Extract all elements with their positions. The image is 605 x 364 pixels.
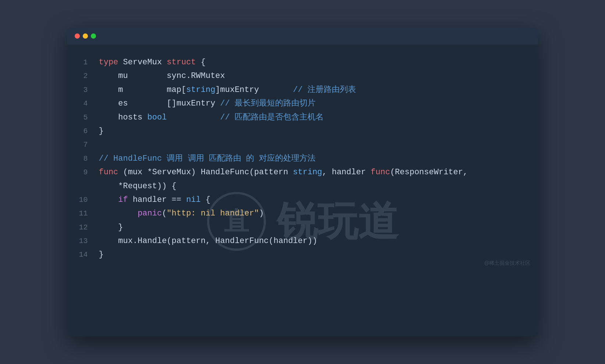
code-line: es []muxEntry // 最长到最短的路由切片 <box>99 97 316 110</box>
line-2: 2 mu sync.RWMutex <box>75 69 523 83</box>
line-14: 14 } <box>75 248 523 261</box>
line-number: 14 <box>75 249 88 261</box>
line-number: 12 <box>75 221 88 234</box>
line-number: 13 <box>75 235 88 247</box>
code-line: *Request)) { <box>99 179 177 193</box>
line-12: 12 } <box>75 221 523 234</box>
line-9-cont: *Request)) { <box>75 179 523 193</box>
code-line: panic("http: nil handler") <box>99 207 264 220</box>
code-window: 1 type ServeMux struct { 2 mu sync.RWMut… <box>67 28 538 336</box>
footer-watermark: @稀土掘金技术社区 <box>484 259 530 268</box>
minimize-button[interactable] <box>83 33 88 39</box>
code-line <box>99 138 104 151</box>
code-line: // HandleFunc 调用 调用 匹配路由 的 对应的处理方法 <box>99 152 316 165</box>
code-line: func (mux *ServeMux) HandleFunc(pattern … <box>99 165 468 179</box>
line-9: 9 func (mux *ServeMux) HandleFunc(patter… <box>75 165 523 179</box>
line-number: 4 <box>75 97 88 110</box>
line-number: 10 <box>75 194 88 206</box>
line-number: 5 <box>75 111 88 124</box>
code-line: mu sync.RWMutex <box>99 69 225 83</box>
line-number: 6 <box>75 125 88 138</box>
line-1: 1 type ServeMux struct { <box>75 56 523 69</box>
line-6: 6 } <box>75 124 523 138</box>
line-13: 13 mux.Handle(pattern, HandlerFunc(handl… <box>75 234 523 248</box>
line-5: 5 hosts bool // 匹配路由是否包含主机名 <box>75 111 523 124</box>
line-7: 7 <box>75 138 523 151</box>
line-11: 11 panic("http: nil handler") <box>75 207 523 220</box>
code-line: type ServeMux struct { <box>99 56 206 69</box>
code-area: 1 type ServeMux struct { 2 mu sync.RWMut… <box>67 44 538 273</box>
maximize-button[interactable] <box>91 33 96 39</box>
line-number: 2 <box>75 70 88 82</box>
code-line: } <box>99 124 104 138</box>
code-line: m map[string]muxEntry // 注册路由列表 <box>99 83 356 97</box>
line-10: 10 if handler == nil { <box>75 193 523 207</box>
line-8: 8 // HandleFunc 调用 调用 匹配路由 的 对应的处理方法 <box>75 152 523 165</box>
line-number: 11 <box>75 207 88 220</box>
code-line: mux.Handle(pattern, HandlerFunc(handler)… <box>99 234 317 248</box>
line-number: 8 <box>75 153 88 165</box>
titlebar <box>67 28 538 44</box>
line-number: 3 <box>75 84 88 96</box>
code-line: } <box>99 221 123 234</box>
close-button[interactable] <box>75 33 80 39</box>
line-3: 3 m map[string]muxEntry // 注册路由列表 <box>75 83 523 97</box>
line-number: 9 <box>75 166 88 179</box>
code-line: hosts bool // 匹配路由是否包含主机名 <box>99 111 324 124</box>
line-4: 4 es []muxEntry // 最长到最短的路由切片 <box>75 97 523 110</box>
code-line: if handler == nil { <box>99 193 211 207</box>
line-number: 1 <box>75 56 88 69</box>
code-line: } <box>99 248 104 261</box>
line-number: 7 <box>75 139 88 151</box>
